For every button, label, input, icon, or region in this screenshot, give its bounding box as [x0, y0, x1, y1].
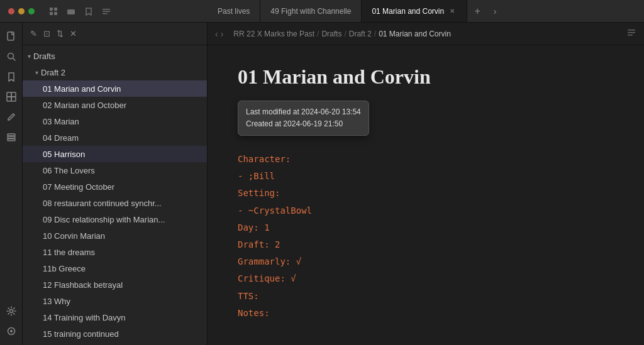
icon-sidebar	[0, 23, 23, 345]
new-folder-toolbar-icon[interactable]: ⊡	[43, 29, 50, 38]
tree-item-drafts[interactable]: ▾ Drafts	[23, 48, 207, 64]
file-sidebar: ✎ ⊡ ⇅ ✕ ▾ Drafts ▾ Draft 2 01 Marian and…	[23, 23, 208, 345]
body-line-character: Character:	[238, 151, 614, 167]
editor-area: ‹ › RR 22 X Marks the Past / Drafts / Dr…	[208, 23, 644, 345]
tree-item-09[interactable]: 09 Disc relationship with Marian...	[23, 211, 207, 227]
bookmark-icon-tb[interactable]	[84, 7, 93, 16]
document-title: 01 Marian and Corvin	[238, 65, 614, 89]
svg-point-2	[28, 8, 35, 14]
tree-item-11[interactable]: 11 the dreams	[23, 244, 207, 260]
tooltip-line1: Last modified at 2024-06-20 13:54	[246, 106, 361, 118]
svg-rect-16	[11, 97, 16, 101]
breadcrumb-actions	[626, 28, 636, 40]
breadcrumb-sep3: /	[374, 30, 376, 38]
breadcrumb-nav: ‹ ›	[215, 29, 223, 39]
breadcrumb-draft2[interactable]: Draft 2	[349, 30, 372, 38]
list-icon-tb[interactable]	[102, 7, 111, 16]
tree-item-draft2[interactable]: ▾ Draft 2	[23, 64, 207, 80]
body-line-grammarly: Grammarly: √	[238, 254, 614, 270]
tree-item-02[interactable]: 02 Marian and October	[23, 97, 207, 113]
tree-item-12[interactable]: 12 Flashback betrayal	[23, 277, 207, 293]
svg-rect-19	[8, 139, 15, 141]
main-layout: ✎ ⊡ ⇅ ✕ ▾ Drafts ▾ Draft 2 01 Marian and…	[0, 23, 644, 345]
breadcrumb-sep1: /	[317, 30, 319, 38]
tree-item-01[interactable]: 01 Marian and Corvin	[23, 80, 207, 97]
svg-point-20	[9, 310, 13, 313]
files-icon[interactable]	[3, 28, 20, 45]
svg-point-22	[10, 330, 13, 332]
new-note-toolbar-icon[interactable]: ✎	[30, 29, 37, 38]
tree-item-06[interactable]: 06 The Lovers	[23, 162, 207, 178]
tab-past-lives[interactable]: Past lives	[208, 0, 260, 22]
svg-rect-3	[50, 8, 53, 11]
breadcrumb-bar: ‹ › RR 22 X Marks the Past / Drafts / Dr…	[208, 23, 644, 45]
svg-rect-6	[54, 12, 57, 15]
forward-button[interactable]: ›	[221, 29, 224, 39]
compose-sidebar-icon[interactable]	[3, 108, 20, 126]
svg-rect-13	[7, 92, 11, 97]
tab-overflow-button[interactable]: ›	[487, 0, 502, 22]
tree-item-14[interactable]: 14 Training with Davyn	[23, 309, 207, 326]
tree-item-11b[interactable]: 11b Greece	[23, 260, 207, 277]
tag-sidebar-icon[interactable]	[3, 88, 20, 106]
new-tab-button[interactable]: +	[467, 0, 487, 22]
bookmark-sidebar-icon[interactable]	[3, 68, 20, 85]
editor-content[interactable]: 01 Marian and Corvin --- Last modified a…	[208, 45, 644, 345]
title-bar: Past lives 49 Fight witih Channelle 01 M…	[0, 0, 644, 23]
tree-item-04[interactable]: 04 Dream	[23, 129, 207, 146]
settings-sidebar-icon[interactable]	[3, 302, 20, 320]
svg-rect-10	[103, 13, 108, 14]
svg-point-0	[8, 8, 14, 14]
extensions-sidebar-icon[interactable]	[3, 322, 20, 340]
tree-item-13[interactable]: 13 Why	[23, 293, 207, 309]
folder-icon-tb[interactable]	[67, 7, 75, 16]
svg-point-1	[18, 8, 25, 14]
doc-separator-2: ---	[238, 338, 614, 345]
body-line-bill: - ;Bill	[238, 168, 614, 184]
tree-item-10[interactable]: 10 Corvin Marian	[23, 227, 207, 244]
tree-item-15[interactable]: 15 training continued	[23, 326, 207, 342]
svg-rect-8	[103, 9, 110, 10]
sort-toolbar-icon[interactable]: ⇅	[57, 29, 64, 38]
svg-rect-4	[54, 8, 57, 11]
svg-rect-7	[67, 9, 75, 14]
tab-close-button[interactable]: ✕	[448, 7, 457, 16]
close-panel-toolbar-icon[interactable]: ✕	[70, 29, 77, 38]
tabs-area: Past lives 49 Fight witih Channelle 01 M…	[208, 0, 644, 22]
svg-rect-25	[628, 35, 633, 36]
grid-icon[interactable]	[49, 7, 58, 16]
document-body: Character: - ;Bill Setting: - ~CrystalBo…	[238, 151, 614, 345]
breadcrumb-sep2: /	[344, 30, 346, 38]
svg-rect-17	[8, 134, 15, 136]
svg-rect-15	[7, 97, 11, 101]
breadcrumb-current: 01 Marian and Corvin	[379, 30, 451, 38]
svg-rect-11	[8, 32, 14, 40]
svg-rect-18	[8, 136, 15, 138]
tree-item-08[interactable]: 08 restaurant continued synchr...	[23, 195, 207, 211]
tree-item-05[interactable]: 05 Harrison	[23, 146, 207, 162]
tooltip-line2: Created at 2024-06-19 21:50	[246, 118, 361, 130]
breadcrumb-drafts[interactable]: Drafts	[321, 30, 341, 38]
svg-rect-5	[50, 12, 53, 15]
tree-item-07[interactable]: 07 Meeting October	[23, 178, 207, 195]
body-line-crystalbowl: - ~CrystalBowl	[238, 203, 614, 219]
body-line-notes: Notes:	[238, 305, 614, 321]
file-tree: ▾ Drafts ▾ Draft 2 01 Marian and Corvin …	[23, 45, 207, 345]
svg-rect-23	[628, 30, 635, 31]
breadcrumb-root[interactable]: RR 22 X Marks the Past	[233, 30, 314, 38]
body-line-tts: TTS:	[238, 288, 614, 304]
search-sidebar-icon[interactable]	[3, 48, 20, 65]
tree-item-03[interactable]: 03 Marian	[23, 113, 207, 129]
tree-item-16[interactable]: 16 vision greece continued	[23, 342, 207, 345]
editor-action-icon[interactable]	[626, 28, 636, 38]
title-bar-left	[0, 7, 208, 16]
tab-fight[interactable]: 49 Fight witih Channelle	[260, 0, 362, 22]
tooltip: Last modified at 2024-06-20 13:54 Create…	[238, 101, 369, 136]
tab-marian-corvin[interactable]: 01 Marian and Corvin ✕	[362, 0, 467, 22]
window-controls[interactable]	[8, 8, 40, 15]
back-button[interactable]: ‹	[215, 29, 218, 39]
body-line-setting: Setting:	[238, 185, 614, 201]
body-line-draft: Draft: 2	[238, 237, 614, 253]
stack-sidebar-icon[interactable]	[3, 128, 20, 146]
svg-rect-14	[11, 92, 16, 97]
